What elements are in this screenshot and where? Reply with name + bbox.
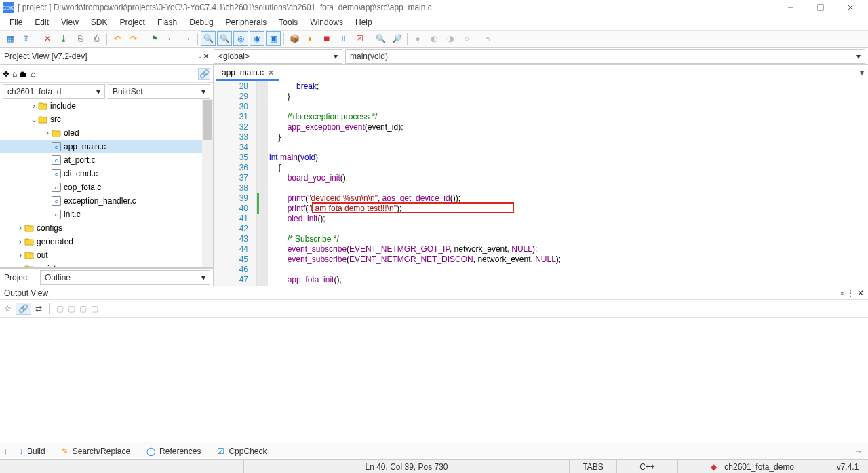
toolbar-btn-24[interactable]: ⏸ — [336, 31, 351, 46]
toolbar-btn-28[interactable]: 🔎 — [389, 31, 404, 46]
scope-combo[interactable]: <global>▾ — [214, 49, 342, 64]
toolbar-btn-19[interactable]: ▣ — [266, 31, 281, 46]
tabs-mode[interactable]: TABS — [570, 460, 617, 473]
tree-icon[interactable]: 🖿 — [20, 69, 28, 79]
folder-configs[interactable]: ›configs — [0, 221, 213, 235]
toolbar-btn-3[interactable]: ✕ — [40, 31, 55, 46]
bottom-tab-references[interactable]: ◯References — [138, 447, 209, 456]
file-cop_fota.c[interactable]: ccop_fota.c — [0, 181, 213, 194]
toolbar-btn-4[interactable]: ⭳ — [56, 31, 71, 46]
toolbar-btn-8[interactable]: ↶ — [110, 31, 125, 46]
toolbar-btn-15[interactable]: 🔍 — [201, 31, 216, 46]
detach-icon[interactable]: ▫ — [199, 52, 201, 61]
toolbar-btn-9[interactable]: ↷ — [126, 31, 141, 46]
file-at_port.c[interactable]: cat_port.c — [0, 153, 213, 167]
minimize-button[interactable] — [776, 0, 806, 15]
toolbar-btn-27[interactable]: 🔍 — [373, 31, 388, 46]
bottom-tab-search-replace[interactable]: ✎Search/Replace — [54, 447, 138, 456]
toolbar-btn-12[interactable]: ← — [163, 31, 178, 46]
toolbar-btn-1[interactable]: 🗎 — [19, 31, 34, 46]
bt-right-arrow[interactable]: → — [849, 447, 868, 456]
bottom-tab-cppcheck[interactable]: ☑CppCheck — [209, 447, 275, 456]
out-btn-2[interactable]: ▢ — [68, 304, 75, 314]
toolbar-btn-11[interactable]: ⚑ — [147, 31, 162, 46]
folder-oled[interactable]: ›oled — [0, 126, 213, 140]
fold-margin[interactable] — [257, 81, 268, 286]
toolbar-btn-0[interactable]: ▦ — [3, 31, 18, 46]
toolbar-btn-13[interactable]: → — [180, 31, 195, 46]
toolbar-btn-21[interactable]: 📦 — [287, 31, 302, 46]
toolbar-btn-35[interactable]: ⌂ — [480, 31, 495, 46]
wrap-icon[interactable]: ⇄ — [35, 304, 42, 314]
outline-combo[interactable]: Outline▾ — [40, 270, 210, 285]
menu-sdk[interactable]: SDK — [85, 16, 113, 29]
menu-debug[interactable]: Debug — [184, 16, 218, 29]
menu-flash[interactable]: Flash — [152, 16, 182, 29]
link-icon[interactable]: 🔗 — [198, 68, 210, 80]
project-view-label: Project View [v7.2-dev] — [4, 52, 87, 61]
out-btn-4[interactable]: ▢ — [91, 304, 98, 314]
nav-arrow-icon[interactable]: ✥ — [3, 69, 9, 79]
output-detach-icon[interactable]: ▫ — [841, 288, 844, 298]
symbol-combo[interactable]: main(void)▾ — [345, 49, 865, 64]
tab-close-icon[interactable]: ✕ — [268, 69, 274, 77]
home-icon[interactable]: ⌂ — [12, 69, 17, 79]
menu-file[interactable]: File — [4, 16, 28, 29]
toolbar-btn-16[interactable]: 🔍 — [217, 31, 232, 46]
star-icon[interactable]: ☆ — [4, 304, 12, 314]
menu-windows[interactable]: Windows — [304, 16, 349, 29]
folder-script[interactable]: ›script — [0, 262, 213, 268]
line-gutter: 2829303132333435363738394041424344454647… — [214, 81, 257, 286]
toolbar-btn-33[interactable]: ○ — [459, 31, 474, 46]
file-cli_cmd.c[interactable]: ccli_cmd.c — [0, 167, 213, 181]
out-btn-1[interactable]: ▢ — [56, 304, 64, 314]
pv-close-icon[interactable]: ✕ — [203, 52, 210, 61]
output-close-icon[interactable]: ✕ — [857, 288, 864, 298]
code-editor[interactable]: 2829303132333435363738394041424344454647… — [214, 81, 868, 286]
out-btn-3[interactable]: ▢ — [79, 304, 87, 314]
editor-tabs: app_main.c ✕ — [214, 65, 868, 81]
menu-view[interactable]: View — [56, 16, 84, 29]
link2-icon[interactable]: 🔗 — [16, 303, 31, 315]
toolbar-btn-30[interactable]: ● — [410, 31, 425, 46]
menu-help[interactable]: Help — [350, 16, 378, 29]
maximize-button[interactable] — [806, 0, 835, 15]
menu-bar: FileEditViewSDKProjectFlashDebugPeripher… — [0, 15, 868, 30]
toolbar-btn-5[interactable]: ⎘ — [73, 31, 87, 46]
bottom-tab-build[interactable]: ↓Build — [11, 447, 54, 456]
menu-edit[interactable]: Edit — [29, 16, 54, 29]
file-init.c[interactable]: cinit.c — [0, 208, 213, 221]
lang-mode[interactable]: C++ — [617, 460, 678, 473]
toolbar-btn-17[interactable]: ◎ — [233, 31, 248, 46]
file-exception_handler.c[interactable]: cexception_handler.c — [0, 194, 213, 208]
menu-tools[interactable]: Tools — [273, 16, 303, 29]
outline-bar: Project Outline▾ — [0, 268, 213, 286]
folder-out[interactable]: ›out — [0, 248, 213, 262]
close-button[interactable] — [835, 0, 865, 15]
tree-scrollbar[interactable] — [202, 99, 213, 267]
version: v7.4.1 — [827, 460, 868, 473]
toolbar-btn-18[interactable]: ◉ — [250, 31, 264, 46]
menu-peripherals[interactable]: Peripherals — [220, 16, 273, 29]
toolbar-btn-6[interactable]: ⎙ — [89, 31, 104, 46]
toolbar-btn-32[interactable]: ◑ — [443, 31, 458, 46]
file-app_main.c[interactable]: capp_main.c — [0, 140, 213, 153]
code-body[interactable]: break; } /*do exception process */ app_e… — [268, 81, 868, 286]
folder-generated[interactable]: ›generated — [0, 235, 213, 248]
output-dropdown-icon[interactable]: ⋮ — [846, 288, 854, 298]
toolbar-btn-23[interactable]: ⏹ — [319, 31, 334, 46]
toolbar-btn-31[interactable]: ◐ — [427, 31, 441, 46]
home2-icon[interactable]: ⌂ — [31, 69, 35, 79]
bt-arrow-icon[interactable]: ↓ — [0, 447, 11, 456]
output-body[interactable] — [0, 318, 868, 442]
buildset-combo[interactable]: BuildSet▾ — [108, 84, 210, 99]
tab-app-main[interactable]: app_main.c ✕ — [216, 66, 279, 81]
toolbar-btn-22[interactable]: ⏵ — [303, 31, 318, 46]
toolbar-btn-25[interactable]: ☒ — [352, 31, 367, 46]
folder-src[interactable]: ⌄src — [0, 113, 213, 126]
folder-include[interactable]: ›include — [0, 99, 213, 113]
project-combo[interactable]: ch2601_fota_d▾ — [3, 84, 105, 99]
menu-project[interactable]: Project — [115, 16, 151, 29]
project-tree[interactable]: ›include⌄src›oledcapp_main.ccat_port.ccc… — [0, 99, 213, 268]
editor-collapse-icon[interactable]: ▾ — [856, 68, 868, 77]
